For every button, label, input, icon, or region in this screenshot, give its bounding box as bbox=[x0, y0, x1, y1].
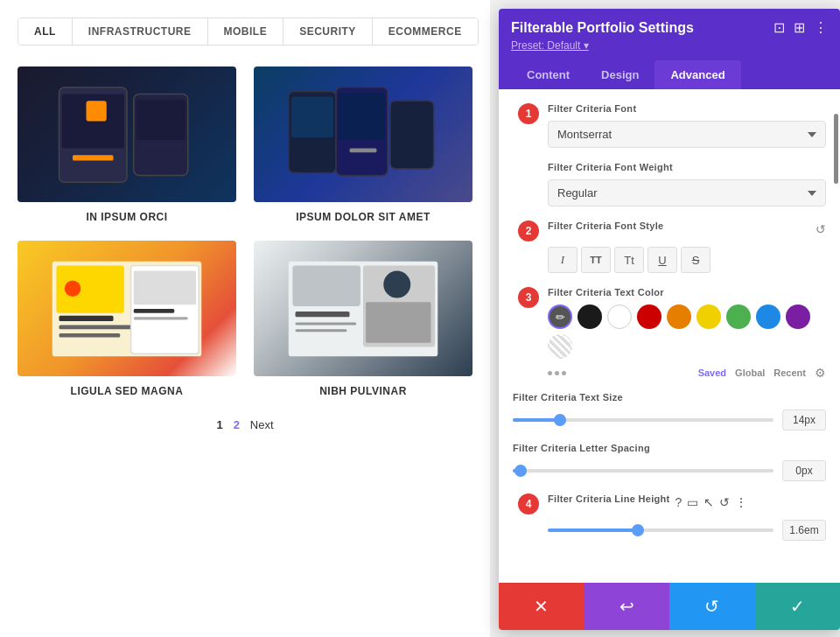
letter-spacing-value[interactable]: 0px bbox=[782, 460, 826, 481]
help-icon[interactable]: ? bbox=[676, 495, 682, 509]
step-badge-4: 4 bbox=[518, 494, 539, 514]
text-size-section: Filter Criteria Text Size 14px bbox=[513, 392, 826, 430]
text-size-value[interactable]: 14px bbox=[782, 410, 826, 430]
letter-spacing-thumb[interactable] bbox=[514, 465, 527, 477]
text-color-section: 3 Filter Criteria Text Color ✏ bbox=[548, 287, 826, 380]
page-next[interactable]: Next bbox=[250, 418, 274, 431]
color-swatch-striped[interactable] bbox=[548, 334, 572, 359]
reset-font-style-icon[interactable]: ↺ bbox=[816, 222, 826, 236]
list-item: NIBH PULVINAR bbox=[254, 241, 472, 397]
text-size-fill bbox=[513, 418, 560, 422]
color-swatch-blue[interactable] bbox=[756, 304, 780, 329]
color-swatch-orange[interactable] bbox=[667, 304, 691, 329]
filter-tab-security[interactable]: SECURITY bbox=[284, 18, 373, 45]
list-item: IPSUM DOLOR SIT AMET bbox=[254, 66, 472, 223]
svg-rect-10 bbox=[390, 101, 434, 169]
more-lh-icon[interactable]: ⋮ bbox=[735, 495, 747, 509]
filter-tab-infrastructure[interactable]: INFRASTRUCTURE bbox=[73, 18, 208, 45]
strikethrough-btn[interactable]: S bbox=[681, 247, 710, 273]
line-height-value[interactable]: 1.6em bbox=[782, 520, 826, 541]
filter-tab-mobile[interactable]: MOBILE bbox=[208, 18, 284, 45]
eyedropper-swatch[interactable]: ✏ bbox=[548, 304, 572, 329]
page-2[interactable]: 2 bbox=[234, 418, 240, 431]
cursor-icon[interactable]: ↖ bbox=[704, 495, 714, 509]
text-color-label: Filter Criteria Text Color bbox=[548, 287, 826, 298]
portfolio-thumbnail-2[interactable] bbox=[254, 66, 472, 202]
text-size-thumb[interactable] bbox=[554, 414, 566, 426]
panel-header-icons: ⊡ ⊞ ⋮ bbox=[774, 19, 828, 36]
color-swatch-white[interactable] bbox=[607, 304, 632, 329]
portfolio-thumbnail-1[interactable] bbox=[18, 66, 236, 202]
font-section: 1 Filter Criteria Font Montserrat Arial … bbox=[548, 103, 826, 220]
line-height-thumb[interactable] bbox=[632, 524, 644, 536]
color-swatch-yellow[interactable] bbox=[696, 304, 721, 329]
portfolio-title-1: IN IPSUM ORCI bbox=[86, 211, 167, 223]
filter-tab-all[interactable]: ALL bbox=[18, 18, 73, 45]
text-size-slider-container: 14px bbox=[513, 410, 826, 430]
pagination: 1 2 Next bbox=[18, 418, 472, 431]
desktop-icon[interactable]: ▭ bbox=[687, 495, 698, 509]
filter-tab-ecommerce[interactable]: ECOMMERCE bbox=[373, 18, 478, 45]
reset-lh-icon[interactable]: ↺ bbox=[719, 495, 730, 509]
font-style-section: 2 Filter Criteria Font Style ↺ I TT Tt U… bbox=[548, 220, 826, 273]
color-tab-global[interactable]: Global bbox=[735, 368, 765, 378]
cancel-button[interactable]: ✕ bbox=[499, 583, 584, 630]
color-tab-saved[interactable]: Saved bbox=[698, 368, 726, 378]
letter-spacing-section: Filter Criteria Letter Spacing 0px bbox=[513, 443, 826, 481]
font-label: Filter Criteria Font bbox=[548, 103, 826, 114]
grid-icon[interactable]: ⊞ bbox=[794, 19, 805, 36]
portfolio-title-3: LIGULA SED MAGNA bbox=[71, 385, 184, 397]
italic-btn[interactable]: I bbox=[548, 247, 578, 273]
color-swatch-red[interactable] bbox=[637, 304, 662, 329]
letter-spacing-track bbox=[513, 469, 774, 472]
color-tab-recent[interactable]: Recent bbox=[774, 368, 806, 378]
bold-btn[interactable]: TT bbox=[581, 247, 611, 273]
preset-label[interactable]: Preset: Default ▾ bbox=[511, 39, 589, 52]
color-dots bbox=[548, 371, 566, 375]
svg-rect-4 bbox=[136, 99, 186, 140]
step-badge-1: 1 bbox=[518, 103, 539, 124]
titlecase-btn[interactable]: Tt bbox=[614, 247, 644, 273]
panel-title: Filterable Portfolio Settings bbox=[511, 20, 694, 36]
text-size-label: Filter Criteria Text Size bbox=[513, 392, 826, 402]
svg-point-29 bbox=[383, 270, 410, 298]
portfolio-thumbnail-3[interactable] bbox=[18, 241, 236, 376]
font-select[interactable]: Montserrat Arial Georgia Roboto bbox=[548, 121, 826, 148]
panel-header: Filterable Portfolio Settings ⊡ ⊞ ⋮ Pres… bbox=[499, 9, 840, 89]
page-1[interactable]: 1 bbox=[216, 418, 222, 431]
portfolio-thumbnail-4[interactable] bbox=[254, 241, 472, 376]
color-swatch-black[interactable] bbox=[578, 304, 602, 329]
color-tabs: Saved Global Recent ⚙ bbox=[548, 366, 826, 380]
font-style-buttons: I TT Tt U S bbox=[548, 247, 826, 273]
tab-advanced[interactable]: Advanced bbox=[654, 60, 740, 89]
letter-spacing-slider-container: 0px bbox=[513, 460, 826, 481]
step-badge-3: 3 bbox=[518, 287, 539, 308]
redo-button[interactable]: ↺ bbox=[669, 583, 755, 630]
tab-content[interactable]: Content bbox=[511, 60, 585, 89]
color-swatch-purple[interactable] bbox=[786, 304, 810, 329]
line-height-icons: ? ▭ ↖ ↺ ⋮ bbox=[676, 495, 748, 509]
font-weight-select[interactable]: Regular Bold Light Medium bbox=[548, 179, 826, 206]
line-height-label: Filter Criteria Line Height bbox=[548, 494, 670, 504]
panel-tabs: Content Design Advanced bbox=[511, 60, 828, 89]
more-icon[interactable]: ⋮ bbox=[814, 19, 828, 36]
text-size-track bbox=[513, 418, 774, 422]
tab-design[interactable]: Design bbox=[585, 60, 654, 89]
svg-rect-11 bbox=[350, 148, 377, 152]
color-settings-icon[interactable]: ⚙ bbox=[815, 366, 826, 380]
svg-rect-18 bbox=[134, 270, 196, 304]
save-button[interactable]: ✓ bbox=[755, 583, 841, 630]
line-height-section: 4 Filter Criteria Line Height ? ▭ ↖ ↺ ⋮ … bbox=[548, 494, 826, 541]
portfolio-title-4: NIBH PULVINAR bbox=[319, 385, 407, 397]
color-swatch-green[interactable] bbox=[726, 304, 751, 329]
portfolio-title-2: IPSUM DOLOR SIT AMET bbox=[296, 211, 430, 223]
undo-button[interactable]: ↩ bbox=[584, 583, 670, 630]
scrollbar[interactable] bbox=[834, 114, 838, 184]
svg-rect-14 bbox=[60, 315, 114, 320]
underline-btn[interactable]: U bbox=[648, 247, 677, 273]
font-weight-label: Filter Criteria Font Weight bbox=[548, 162, 826, 172]
panel-footer: ✕ ↩ ↺ ✓ bbox=[499, 583, 840, 630]
svg-rect-28 bbox=[366, 302, 430, 343]
copy-icon[interactable]: ⊡ bbox=[774, 19, 785, 36]
svg-rect-26 bbox=[296, 322, 357, 325]
